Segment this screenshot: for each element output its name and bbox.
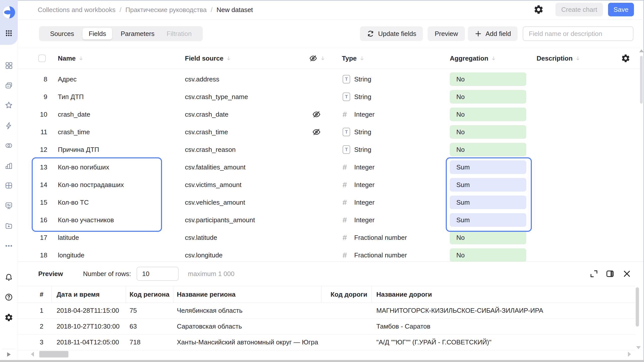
field-row-number: 17	[32, 234, 47, 242]
field-row-selected[interactable]: 13 Кол-во погибших csv.fatalities_amount…	[18, 158, 640, 176]
string-type-icon: T	[343, 93, 350, 101]
string-type-icon: T	[343, 128, 350, 136]
cell-region-code: 718	[130, 338, 140, 346]
field-source: csv.address	[185, 75, 219, 83]
notifications-bell-icon[interactable]	[5, 273, 13, 282]
fields-scrollbar-thumb[interactable]	[640, 56, 643, 104]
field-row[interactable]: 17 latitude csv.latitude # Fractional nu…	[18, 229, 640, 246]
sidebar-divider	[2, 349, 16, 349]
eye-crossed-icon[interactable]	[312, 127, 321, 137]
aggregation-select[interactable]: Sum	[450, 213, 526, 227]
field-name: Причина ДТП	[58, 146, 99, 154]
number-type-icon: #	[343, 198, 347, 207]
field-row-number: 10	[32, 111, 47, 118]
nav-favorites-icon[interactable]	[4, 101, 13, 110]
preview-hscroll-right-arrow[interactable]	[628, 352, 631, 357]
number-type-icon: #	[343, 216, 347, 224]
field-source: csv.participants_amount	[185, 216, 255, 224]
preview-col-index: #	[40, 291, 43, 298]
nav-files-icon[interactable]	[5, 221, 13, 230]
field-row[interactable]: 8 Адрес csv.address T String No	[18, 70, 640, 88]
aggregation-select[interactable]: No	[450, 248, 526, 262]
field-row[interactable]: 11 crash_time csv.crash_time T String No	[18, 123, 640, 141]
nav-monitoring-icon[interactable]	[5, 201, 13, 210]
preview-hscrollbar-thumb[interactable]	[39, 351, 68, 357]
number-type-icon: #	[343, 233, 347, 242]
field-row-number: 8	[32, 75, 47, 83]
field-name: Кол-во участников	[58, 216, 114, 224]
preview-dock-panel-icon[interactable]	[605, 268, 616, 279]
field-row-number: 11	[32, 128, 47, 136]
field-row-selected[interactable]: 16 Кол-во участников csv.participants_am…	[18, 211, 640, 229]
aggregation-select[interactable]: No	[450, 143, 526, 156]
aggregation-select[interactable]: Sum	[450, 178, 526, 192]
field-row[interactable]: 12 Причина ДТП csv.crash_reason T String…	[18, 141, 640, 158]
column-divider	[372, 286, 372, 303]
settings-gear-icon[interactable]	[4, 313, 13, 322]
preview-expand-icon[interactable]	[588, 268, 599, 279]
aggregation-select[interactable]: No	[450, 72, 526, 86]
number-type-icon: #	[343, 163, 347, 171]
string-type-icon: T	[343, 145, 350, 154]
nav-collections-icon[interactable]	[5, 81, 13, 90]
cell-datetime: 2018-04-28T11:15:00	[57, 306, 119, 314]
preview-vscrollbar-thumb[interactable]	[636, 287, 639, 327]
field-source: csv.longitude	[185, 251, 223, 259]
field-row-selected[interactable]: 14 Кол-во пострадавших csv.victims_amoun…	[18, 176, 640, 194]
field-name: Адрес	[58, 75, 76, 83]
field-type: String	[354, 93, 371, 101]
field-source: csv.crash_reason	[185, 146, 236, 154]
field-row-selected[interactable]: 15 Кол-во ТС csv.vehicles_amount # Integ…	[18, 194, 640, 211]
cell-index: 2	[40, 322, 43, 330]
number-type-icon: #	[343, 110, 347, 119]
nav-charts-icon[interactable]	[5, 162, 13, 170]
datalens-logo[interactable]	[3, 6, 15, 19]
aggregation-select[interactable]: No	[450, 125, 526, 139]
fields-scroll-up-arrow[interactable]	[639, 49, 644, 52]
field-type: Fractional number	[354, 234, 407, 242]
eye-crossed-icon[interactable]	[312, 110, 321, 119]
field-name: Кол-во погибших	[58, 163, 109, 171]
sidebar-top-panel	[0, 0, 18, 45]
field-name: latitude	[58, 234, 79, 242]
field-row[interactable]: 10 crash_date csv.crash_date # Integer N…	[18, 106, 640, 123]
field-row-number: 18	[32, 251, 47, 259]
preview-close-icon[interactable]	[621, 268, 632, 279]
field-name: crash_time	[58, 128, 90, 136]
field-name: longitude	[58, 251, 85, 259]
nav-tables-icon[interactable]	[5, 181, 13, 190]
aggregation-select[interactable]: No	[450, 108, 526, 121]
cell-road-name: Тамбов - Саратов	[376, 322, 430, 330]
apps-grid-icon[interactable]	[5, 29, 13, 37]
nav-datasets-icon[interactable]	[5, 141, 13, 150]
cell-index: 1	[40, 306, 43, 314]
field-name: crash_date	[58, 111, 90, 118]
aggregation-select[interactable]: No	[450, 90, 526, 104]
field-type: String	[354, 146, 371, 154]
aggregation-select[interactable]: No	[450, 231, 526, 244]
aggregation-select[interactable]: Sum	[450, 160, 526, 174]
nav-dashboards-icon[interactable]	[5, 61, 13, 70]
field-row[interactable]: 9 Тип ДТП csv.crash_type_name T String N…	[18, 88, 640, 106]
field-source: csv.vehicles_amount	[185, 199, 245, 206]
nav-connections-icon[interactable]	[5, 121, 13, 130]
page-hscrollbar[interactable]	[0, 360, 644, 362]
cell-region-name: Ханты-Мансийский автономный округ — Югра	[177, 338, 318, 346]
preview-vscroll-down-arrow[interactable]	[636, 346, 641, 349]
aggregation-select[interactable]: Sum	[450, 196, 526, 209]
preview-hscroll-left-arrow[interactable]	[31, 352, 34, 357]
column-divider	[126, 286, 126, 303]
number-type-icon: #	[343, 180, 347, 189]
cell-datetime: 2018-10-27T10:30:00	[57, 322, 119, 330]
number-of-rows-input[interactable]	[137, 267, 179, 281]
column-divider	[321, 286, 321, 303]
sidebar-expand-icon[interactable]	[6, 352, 12, 357]
nav-more-icon[interactable]	[5, 242, 13, 250]
field-name: Кол-во ТС	[58, 199, 89, 206]
cell-road-name: МАГНИТОГОРСК-КИЗИЛЬСКОЕ-СИБАЙ-ЗИЛАИР-ИРА	[376, 306, 543, 314]
cell-datetime: 2018-11-04T12:05:00	[57, 338, 119, 346]
field-type: String	[354, 128, 371, 136]
column-divider	[52, 286, 52, 303]
help-icon[interactable]	[5, 293, 13, 301]
string-type-icon: T	[343, 75, 350, 83]
